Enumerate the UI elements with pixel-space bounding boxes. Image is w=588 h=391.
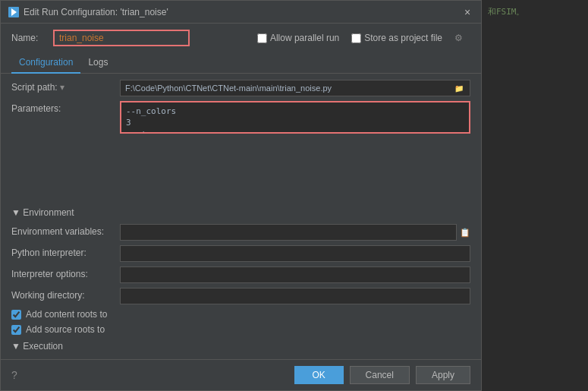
ok-button[interactable]: OK <box>294 366 344 384</box>
name-input[interactable] <box>53 30 190 46</box>
interpreter-options-label: Interpreter options: <box>11 266 114 279</box>
dialog: Edit Run Configuration: 'trian_noise' × … <box>0 0 482 391</box>
script-path-input[interactable]: F:\Code\Python\CTNet\CTNet-main\main\tri… <box>120 80 470 96</box>
allow-parallel-checkbox[interactable] <box>257 33 267 43</box>
script-path-dropdown-icon[interactable]: ▾ <box>60 82 64 93</box>
parameters-label: Parameters: <box>11 101 114 114</box>
environment-section-header[interactable]: ▼ Environment <box>11 206 470 219</box>
apply-button[interactable]: Apply <box>416 366 470 384</box>
python-interpreter-label: Python interpreter: <box>11 245 114 258</box>
allow-parallel-checkbox-label[interactable]: Allow parallel run <box>257 33 339 43</box>
script-path-row: Script path: ▾ F:\Code\Python\CTNet\CTNe… <box>11 80 470 96</box>
content-area: Script path: ▾ F:\Code\Python\CTNet\CTNe… <box>1 74 481 359</box>
run-config-icon <box>8 7 19 17</box>
parameters-row: Parameters: <box>11 101 470 201</box>
python-interpreter-row: Python interpreter: <box>11 245 470 262</box>
title-text: Edit Run Configuration: 'trian_noise' <box>24 7 168 17</box>
tab-configuration[interactable]: Configuration <box>11 52 80 74</box>
script-path-label: Script path: ▾ <box>11 80 114 93</box>
close-button[interactable]: × <box>461 6 473 18</box>
cancel-button[interactable]: Cancel <box>350 366 410 384</box>
python-interpreter-input[interactable] <box>120 245 470 262</box>
footer: ? OK Cancel Apply <box>1 359 481 390</box>
tabs: Configuration Logs <box>1 52 481 74</box>
env-variables-input[interactable] <box>120 224 457 241</box>
interpreter-options-row: Interpreter options: <box>11 266 470 283</box>
help-button[interactable]: ? <box>11 369 17 381</box>
add-source-roots-checkbox[interactable] <box>11 325 21 335</box>
env-variables-label: Environment variables: <box>11 224 114 237</box>
settings-icon[interactable]: ⚙ <box>454 33 463 43</box>
title-bar: Edit Run Configuration: 'trian_noise' × <box>1 1 481 24</box>
store-as-project-checkbox-label[interactable]: Store as project file <box>351 33 442 43</box>
interpreter-options-input[interactable] <box>120 266 470 283</box>
add-content-roots-row: Add content roots to <box>11 309 470 320</box>
tab-logs[interactable]: Logs <box>80 52 115 74</box>
add-source-roots-row: Add source roots to <box>11 324 470 335</box>
name-label: Name: <box>11 33 46 43</box>
browse-button[interactable]: 📁 <box>453 84 465 93</box>
footer-buttons: OK Cancel Apply <box>294 366 470 384</box>
add-content-roots-checkbox[interactable] <box>11 310 21 320</box>
right-panel: 和FSIM。 <box>482 0 588 391</box>
execution-section-header[interactable]: ▼ Execution <box>11 339 470 353</box>
right-panel-code: 和FSIM。 <box>485 3 585 22</box>
store-as-project-checkbox[interactable] <box>351 33 361 43</box>
working-directory-row: Working directory: <box>11 288 470 304</box>
parameters-textarea[interactable] <box>120 101 470 134</box>
working-directory-input[interactable] <box>120 288 470 304</box>
env-variables-row: Environment variables: 📋 <box>11 224 470 241</box>
name-row: Name: Allow parallel run Store as projec… <box>1 24 481 52</box>
env-browse-icon[interactable]: 📋 <box>460 228 470 238</box>
working-directory-label: Working directory: <box>11 288 114 301</box>
